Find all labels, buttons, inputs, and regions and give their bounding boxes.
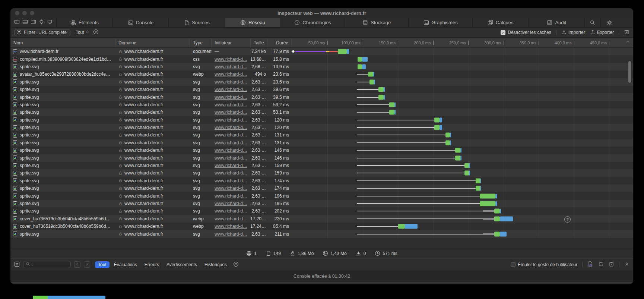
console-scope-évaluations[interactable]: Évaluations xyxy=(111,261,140,268)
tab-audit[interactable]: Audit xyxy=(529,18,585,27)
window-title: Inspecteur web — www.richard-dern.fr xyxy=(10,8,633,18)
table-row[interactable]: sprite.svgwww.richard-dern.frsvgwww.rich… xyxy=(10,207,633,215)
initiator-link[interactable]: www.richard-d… xyxy=(215,102,247,107)
initiator-link[interactable]: www.richard-d… xyxy=(215,155,247,161)
table-row[interactable]: sprite.svgwww.richard-dern.frsvgwww.rich… xyxy=(10,185,633,192)
console-filter-options-button[interactable] xyxy=(233,261,239,268)
table-row[interactable]: sprite.svgwww.richard-dern.frsvgwww.rich… xyxy=(10,63,633,70)
js-context-icon[interactable]: JS xyxy=(587,261,593,268)
initiator-link[interactable]: www.richard-d… xyxy=(215,193,247,199)
initiator-link[interactable]: www.richard-d… xyxy=(215,186,247,191)
initiator-link[interactable]: www.richard-d… xyxy=(215,178,247,183)
disable-caches-checkbox[interactable]: ✓ Désactiver les caches xyxy=(501,30,551,35)
table-row[interactable]: sprite.svgwww.richard-dern.frsvgwww.rich… xyxy=(10,124,633,131)
table-row[interactable]: sprite.svgwww.richard-dern.frsvgwww.rich… xyxy=(10,93,633,101)
resource-type-dropdown[interactable]: Tout xyxy=(76,30,89,35)
search-button[interactable] xyxy=(585,18,600,27)
table-row[interactable]: sprite.svgwww.richard-dern.frsvgwww.rich… xyxy=(10,147,633,154)
initiator-link[interactable]: www.richard-d… xyxy=(215,201,247,206)
initiator-link[interactable]: www.richard-d… xyxy=(215,72,247,77)
column-header-taille[interactable]: Taille… xyxy=(251,38,267,47)
initiator-link[interactable]: www.richard-d… xyxy=(215,208,247,214)
tab-sources[interactable]: Sources xyxy=(169,18,225,27)
table-row[interactable]: sprite.svgwww.richard-dern.frsvgwww.rich… xyxy=(10,108,633,116)
table-row[interactable]: compiled.min.38390909f303624ed9e1cf1bd3f… xyxy=(10,55,633,63)
tab-console[interactable]: Console xyxy=(113,18,169,27)
column-header-nom[interactable]: Nom xyxy=(10,38,115,47)
table-row[interactable]: sprite.svgwww.richard-dern.frsvgwww.rich… xyxy=(10,154,633,161)
table-row[interactable]: avatar_hu85ecc3e298728880b0bde2dcc4e5c23… xyxy=(10,70,633,78)
table-row[interactable]: cover_hu736519dc3b5040cfa48b6b559b6de6ec… xyxy=(10,215,633,223)
initiator-link[interactable]: www.richard-d… xyxy=(215,79,247,85)
previous-result-button[interactable] xyxy=(74,261,80,268)
clear-console-button[interactable] xyxy=(609,261,614,268)
dock-panel-right-button[interactable] xyxy=(31,19,36,26)
table-row[interactable]: sprite.svgwww.richard-dern.frsvgwww.rich… xyxy=(10,200,633,207)
table-row[interactable]: sprite.svgwww.richard-dern.frsvgwww.rich… xyxy=(10,192,633,199)
table-row[interactable]: sprite.svgwww.richard-dern.frsvgwww.rich… xyxy=(10,78,633,86)
tab-stockage[interactable]: Stockage xyxy=(345,18,409,27)
column-header-initiateur[interactable]: Initiateur xyxy=(212,38,251,47)
initiator-link[interactable]: www.richard-d… xyxy=(215,125,247,130)
console-scope-historiques[interactable]: Historiques xyxy=(202,261,230,268)
initiator-link[interactable]: www.richard-d… xyxy=(215,140,247,145)
import-button[interactable]: Importer xyxy=(561,29,585,36)
scroll-up-button[interactable] xyxy=(625,39,630,45)
tab-réseau[interactable]: Réseau xyxy=(225,18,281,27)
initiator-link[interactable]: www.richard-d… xyxy=(215,224,247,229)
console-scope-avertissements[interactable]: Avertissements xyxy=(164,261,200,268)
next-result-button[interactable] xyxy=(84,261,90,268)
table-row[interactable]: sprite.svgwww.richard-dern.frsvgwww.rich… xyxy=(10,162,633,169)
export-button[interactable]: Exporter xyxy=(590,29,614,36)
table-row[interactable]: sprite.svgwww.richard-dern.frsvgwww.rich… xyxy=(10,139,633,147)
initiator-link[interactable]: www.richard-d… xyxy=(215,216,247,221)
emulate-user-gesture-checkbox[interactable]: Émuler le geste de l’utilisateur xyxy=(511,262,577,267)
initiator-link[interactable]: www.richard-d… xyxy=(215,64,247,69)
console-prompt[interactable] xyxy=(10,283,633,284)
table-row[interactable]: sprite.svgwww.richard-dern.frsvgwww.rich… xyxy=(10,230,633,237)
filter-options-button[interactable] xyxy=(93,29,99,36)
dock-device-button[interactable] xyxy=(47,19,53,26)
dock-panel-bottom-button[interactable] xyxy=(22,19,28,26)
initiator-link[interactable]: www.richard-d… xyxy=(215,163,247,168)
tab-graphismes[interactable]: Graphismes xyxy=(409,18,473,27)
reload-icon[interactable] xyxy=(598,261,604,268)
initiator-link[interactable]: www.richard-d… xyxy=(215,95,247,100)
url-filter-input[interactable]: Filtrer l’URL complète xyxy=(14,29,70,36)
console-search-input[interactable] xyxy=(23,261,71,268)
initiator-link[interactable]: www.richard-d… xyxy=(215,57,247,62)
initiator-link[interactable]: www.richard-d… xyxy=(215,132,247,138)
table-row[interactable]: cover_hu736519dc3b5040cfa48b6b559b6de6ec… xyxy=(10,223,633,230)
lock-icon xyxy=(118,156,123,160)
vertical-scrollbar-thumb[interactable] xyxy=(628,60,632,84)
column-header-dure[interactable]: Durée xyxy=(267,38,292,47)
initiator-link[interactable]: www.richard-d… xyxy=(215,117,247,123)
table-row[interactable]: sprite.svgwww.richard-dern.frsvgwww.rich… xyxy=(10,116,633,124)
initiator-link[interactable]: www.richard-d… xyxy=(215,232,247,237)
collapse-console-button[interactable] xyxy=(624,261,629,268)
table-row[interactable]: sprite.svgwww.richard-dern.frsvgwww.rich… xyxy=(10,169,633,177)
column-header-domaine[interactable]: Domaine xyxy=(115,38,190,47)
console-scope-erreurs[interactable]: Erreurs xyxy=(142,261,162,268)
initiator-link[interactable]: www.richard-d… xyxy=(215,110,247,115)
table-row[interactable]: sprite.svgwww.richard-dern.frsvgwww.rich… xyxy=(10,101,633,108)
clear-network-button[interactable] xyxy=(624,29,629,36)
column-header-type[interactable]: Type xyxy=(190,38,212,47)
settings-button[interactable] xyxy=(600,18,618,27)
console-scope-tout[interactable]: Tout xyxy=(95,261,110,268)
dock-panel-left-button[interactable] xyxy=(14,19,20,26)
initiator-link[interactable]: www.richard-d… xyxy=(215,170,247,176)
tab-chronologies[interactable]: Chronologies xyxy=(281,18,345,27)
table-row[interactable]: sprite.svgwww.richard-dern.frsvgwww.rich… xyxy=(10,177,633,185)
initiator-link[interactable]: www.richard-d… xyxy=(215,87,247,92)
console-filter-button[interactable] xyxy=(14,261,20,268)
tab-éléments[interactable]: Éléments xyxy=(57,18,113,27)
table-row[interactable]: www.richard-dern.frwww.richard-dern.frdo… xyxy=(10,48,633,55)
name-cell: sprite.svg xyxy=(10,78,115,86)
table-row[interactable]: sprite.svgwww.richard-dern.frsvgwww.rich… xyxy=(10,131,633,139)
help-button[interactable]: ? xyxy=(564,216,571,223)
dock-target-button[interactable] xyxy=(39,19,44,26)
initiator-link[interactable]: www.richard-d… xyxy=(215,148,247,153)
table-row[interactable]: sprite.svgwww.richard-dern.frsvgwww.rich… xyxy=(10,86,633,93)
tab-calques[interactable]: Calques xyxy=(473,18,529,27)
